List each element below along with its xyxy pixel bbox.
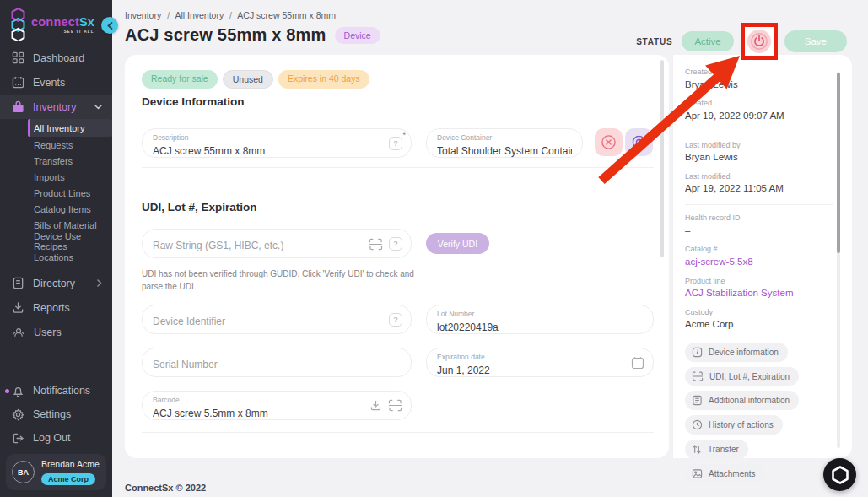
panel-scrollbar-thumb[interactable] [837, 73, 840, 253]
required-asterisk: * [402, 131, 406, 139]
device-container-input[interactable] [437, 145, 572, 157]
dashboard-grid-icon [12, 51, 24, 64]
barcode-field[interactable]: Barcode [142, 391, 412, 420]
sidebar-item-inventory[interactable]: Inventory [0, 95, 112, 119]
sidebar-subitem-imports[interactable]: Imports [0, 169, 112, 185]
nav-transfer[interactable]: Transfer [685, 440, 748, 459]
nav-label: Device information [709, 348, 779, 357]
expiration-date-input[interactable] [437, 365, 619, 376]
detail-value: Apr 19, 2022 09:07 AM [685, 109, 833, 123]
raw-string-input[interactable] [153, 240, 352, 251]
nav-label: Additional information [709, 396, 790, 405]
detail-value: Bryan Lewis [685, 150, 833, 165]
close-circle-icon [601, 134, 617, 150]
scan-icon[interactable] [369, 238, 383, 251]
calendar-icon [12, 76, 24, 89]
verify-udi-button[interactable]: Verify UDI [426, 233, 489, 254]
description-input[interactable] [153, 145, 362, 157]
chat-widget-button[interactable] [823, 458, 856, 491]
sidebar-item-notifications[interactable]: Notifications [0, 379, 112, 402]
nav-additional-information[interactable]: Additional information [685, 391, 799, 410]
modified-group: Last modified Apr 19, 2022 11:05 AM [685, 171, 833, 196]
breadcrumb-inventory[interactable]: Inventory [125, 10, 161, 20]
nav-udi-lot-expiration[interactable]: UDI, Lot #, Expiration [685, 367, 799, 386]
expiration-date-field[interactable]: Expiration date [426, 348, 654, 377]
modified-by-group: Last modified by Bryan Lewis [685, 140, 833, 165]
description-field[interactable]: Description ? * [142, 128, 412, 158]
download-icon[interactable] [369, 399, 382, 412]
expires-badge: Expires in 40 days [278, 70, 369, 89]
save-button[interactable]: Save [784, 30, 847, 52]
user-card[interactable]: BA Brendan Acme Acme Corp [6, 454, 106, 490]
status-active-pill[interactable]: Active [682, 31, 733, 51]
status-badges: Ready for sale Unused Expires in 40 days [142, 70, 369, 89]
sidebar-item-settings[interactable]: Settings [0, 402, 112, 426]
device-detail-card: Ready for sale Unused Expires in 40 days… [125, 55, 669, 458]
remove-container-button[interactable] [595, 128, 623, 156]
sidebar-bottom-group: Notifications Settings Log Out BA Brenda… [0, 379, 112, 495]
product-line-link[interactable]: ACJ Stabilization System [685, 286, 833, 300]
sidebar-subitem-device-use-recipes[interactable]: Device Use Recipes [0, 233, 112, 249]
device-container-field[interactable]: Device Container [426, 128, 583, 158]
nav-attachments[interactable]: Attachments [685, 464, 765, 483]
sidebar-subitem-transfers[interactable]: Transfers [0, 153, 112, 169]
reports-download-icon [12, 301, 24, 314]
sidebar-item-label: Users [34, 327, 62, 338]
health-record-group: Health record ID – [685, 213, 833, 237]
raw-string-field[interactable]: ? [142, 229, 412, 258]
barcode-input[interactable] [153, 408, 357, 419]
catalog-link[interactable]: acj-screw-5.5x8 [685, 255, 833, 269]
sidebar-item-users[interactable]: Users [0, 320, 112, 344]
scan-icon[interactable] [388, 399, 402, 412]
lot-number-field[interactable]: Lot Number [426, 305, 654, 334]
transfer-arrows-icon [692, 444, 702, 455]
help-icon[interactable]: ? [389, 137, 402, 150]
page-title: ACJ screw 55mm x 8mm [125, 25, 326, 45]
sidebar-item-label: Directory [33, 278, 75, 289]
sidebar-subitem-product-lines[interactable]: Product Lines [0, 185, 112, 201]
sidebar-collapse-button[interactable] [101, 17, 118, 34]
nav-device-information[interactable]: Device information [685, 343, 788, 362]
sidebar-item-dashboard[interactable]: Dashboard [0, 46, 112, 70]
footer-copyright: ConnectSx © 2022 [125, 483, 206, 493]
gear-icon [12, 408, 24, 421]
detail-label: Created by [685, 67, 833, 78]
sidebar-item-events[interactable]: Events [0, 70, 112, 95]
sidebar-item-directory[interactable]: Directory [0, 271, 112, 295]
sidebar-subitem-requests[interactable]: Requests [0, 137, 112, 153]
inventory-bag-icon [12, 100, 24, 113]
device-identifier-input[interactable] [153, 316, 377, 327]
section-title-udi: UDI, Lot #, Expiration [142, 201, 257, 213]
locate-container-button[interactable] [625, 128, 653, 156]
device-type-badge: Device [335, 27, 380, 44]
help-icon[interactable]: ? [389, 237, 402, 251]
nav-history-of-actions[interactable]: History of actions [685, 415, 783, 435]
detail-value: – [685, 224, 833, 238]
panel-quick-nav: Device information UDI, Lot #, Expiratio… [685, 343, 833, 489]
sidebar-item-logout[interactable]: Log Out [0, 426, 112, 450]
users-icon [12, 326, 25, 338]
brand-accent: Sx [79, 15, 94, 29]
deactivate-power-button[interactable] [747, 30, 771, 53]
sidebar-subitem-all-inventory[interactable]: All Inventory [28, 119, 112, 137]
header-actions: STATUS Active Save [636, 23, 847, 60]
detail-label: Custody [685, 307, 833, 318]
breadcrumb-separator: / [229, 10, 232, 20]
detail-value: Bryan Lewis [685, 78, 833, 92]
sidebar-item-reports[interactable]: Reports [0, 295, 112, 320]
serial-number-input[interactable] [153, 359, 401, 370]
nav-label: Transfer [708, 445, 739, 454]
device-identifier-field[interactable]: ? [142, 305, 412, 334]
sidebar-subitem-catalog-items[interactable]: Catalog Items [0, 201, 112, 217]
serial-number-field[interactable] [142, 348, 412, 377]
breadcrumb-all-inventory[interactable]: All Inventory [175, 10, 224, 20]
sidebar-subitem-locations[interactable]: Locations [0, 249, 112, 265]
card-scrollbar[interactable] [660, 60, 664, 257]
sidebar-item-label: Inventory [33, 101, 76, 113]
user-name: Brendan Acme [41, 459, 100, 470]
subitem-label: Bills of Material [34, 220, 97, 230]
help-icon[interactable]: ? [389, 313, 402, 327]
lot-number-input[interactable] [437, 321, 643, 333]
product-line-group: Product line ACJ Stabilization System [685, 276, 833, 300]
calendar-icon[interactable] [631, 356, 644, 370]
